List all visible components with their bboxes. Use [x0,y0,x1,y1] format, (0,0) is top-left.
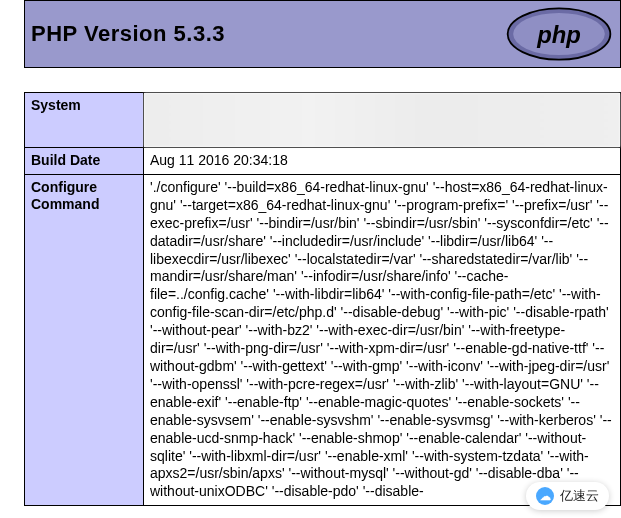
phpinfo-header: PHP Version 5.3.3 php [24,0,621,68]
row-value-system [144,93,621,148]
provider-badge-text: 亿速云 [560,487,599,505]
table-row: Build Date Aug 11 2016 20:34:18 [25,148,621,175]
row-label-build-date: Build Date [25,148,144,175]
row-label-configure-command: Configure Command [25,174,144,505]
row-value-build-date: Aug 11 2016 20:34:18 [144,148,621,175]
phpinfo-table: System Build Date Aug 11 2016 20:34:18 C… [24,92,621,506]
redacted-content [144,93,620,147]
table-row: System [25,93,621,148]
php-logo: php [504,6,614,62]
row-value-configure-command: './configure' '--build=x86_64-redhat-lin… [144,174,621,505]
page-title: PHP Version 5.3.3 [31,21,225,47]
cloud-icon: ☁ [536,487,554,505]
provider-badge[interactable]: ☁ 亿速云 [526,482,609,506]
row-label-system: System [25,93,144,148]
svg-text:php: php [536,21,581,48]
table-row: Configure Command './configure' '--build… [25,174,621,505]
